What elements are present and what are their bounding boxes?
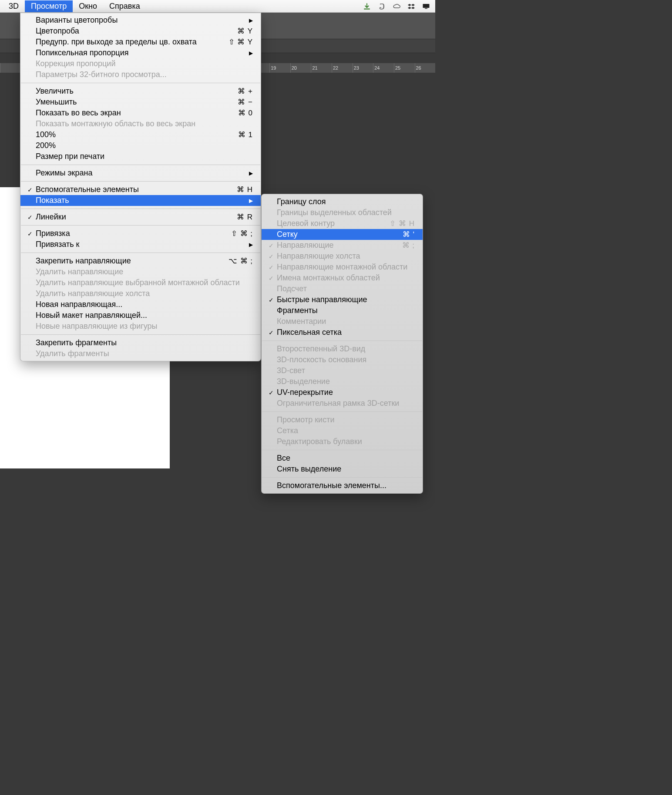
menu-item-label: Параметры 32-битного просмотра... [36, 70, 253, 79]
menu-item-shortcut: ⌘ ; [395, 241, 415, 250]
menu-item[interactable]: ✓Быстрые направляющие [262, 294, 423, 305]
menu-separator [262, 340, 422, 341]
menu-item-label: Сетка [277, 426, 415, 435]
menu-item[interactable]: ✓Пиксельная сетка [262, 327, 423, 338]
menu-item-label: UV-перекрытие [277, 388, 415, 397]
menu-item[interactable]: Варианты цветопробы▶ [20, 15, 261, 26]
menu-separator [262, 450, 422, 450]
menu-item: Целевой контур⇧ ⌘ H [262, 218, 423, 229]
checkmark-icon: ✓ [27, 214, 36, 221]
menu-item: ✓Направляющие монтажной области [262, 262, 423, 273]
menu-item-label: Удалить направляющие холста [36, 289, 253, 298]
menu-item[interactable]: Границу слоя [262, 196, 423, 207]
menu-item[interactable]: Вспомогательные элементы... [262, 480, 423, 491]
menu-item: Коррекция пропорций [20, 58, 261, 69]
menubar-item-view[interactable]: Просмотр [25, 0, 73, 12]
menu-item-label: Снять выделение [277, 465, 415, 474]
menu-item[interactable]: Цветопроба⌘ Y [20, 26, 261, 37]
menu-item-label: Увеличить [36, 87, 231, 96]
menu-item[interactable]: 200% [20, 140, 261, 151]
menu-item: Комментарии [262, 316, 423, 327]
menu-item: ✓Направляющие холста [262, 251, 423, 262]
menu-item[interactable]: Показать во весь экран⌘ 0 [20, 108, 261, 118]
menu-item-label: Уменьшить [36, 98, 231, 107]
menu-item[interactable]: 100%⌘ 1 [20, 129, 261, 140]
menu-item[interactable]: Предупр. при выходе за пределы цв. охват… [20, 37, 261, 47]
menu-item-label: Удалить фрагменты [36, 349, 253, 358]
menu-separator [262, 411, 422, 412]
download-icon[interactable] [363, 2, 371, 11]
menu-item[interactable]: Закрепить фрагменты [20, 337, 261, 348]
menu-item-label: 3D-свет [277, 366, 415, 375]
menubar-item-help[interactable]: Справка [103, 0, 146, 12]
menu-item[interactable]: Уменьшить⌘ − [20, 97, 261, 108]
menu-item-shortcut: ⌥ ⌘ ; [222, 256, 253, 266]
menu-item[interactable]: Размер при печати [20, 151, 261, 162]
menu-separator [21, 83, 260, 83]
menu-item-label: Просмотр кисти [277, 415, 415, 424]
menu-item[interactable]: Привязать к▶ [20, 239, 261, 250]
menu-item[interactable]: Фрагменты [262, 305, 423, 316]
menu-item[interactable]: Закрепить направляющие⌥ ⌘ ; [20, 256, 261, 266]
menu-item[interactable]: ✓Вспомогательные элементы⌘ H [20, 184, 261, 195]
menu-item-label: Показать [36, 196, 244, 205]
menu-item-label: Направляющие холста [277, 252, 415, 261]
menu-item-label: Фрагменты [277, 306, 415, 315]
menubar-item-3d[interactable]: 3D [3, 0, 25, 12]
menu-item: Параметры 32-битного просмотра... [20, 69, 261, 80]
svg-rect-0 [364, 8, 370, 9]
menu-item-label: Цветопроба [36, 27, 230, 36]
menu-item-label: Закрепить фрагменты [36, 338, 253, 347]
menu-item-label: 3D-плоскость основания [277, 355, 415, 364]
svg-rect-1 [423, 4, 430, 8]
menu-item-label: Границы выделенных областей [277, 208, 415, 217]
menu-item-label: Вспомогательные элементы [36, 185, 230, 194]
monitor-icon[interactable] [422, 2, 430, 11]
menu-item-label: Имена монтажных областей [277, 273, 415, 283]
menu-item-label: Направляющие [277, 241, 395, 250]
menu-item[interactable]: ✓UV-перекрытие [262, 387, 423, 398]
checkmark-icon: ✓ [27, 186, 36, 193]
menu-item-label: Быстрые направляющие [277, 295, 415, 304]
menu-item: ✓Направляющие⌘ ; [262, 240, 423, 251]
menu-item: Редактировать булавки [262, 436, 423, 447]
menu-item[interactable]: Попиксельная пропорция▶ [20, 47, 261, 58]
menu-item: Второстепенный 3D-вид [262, 344, 423, 354]
submenu-arrow-icon: ▶ [249, 170, 253, 176]
menu-item-label: 200% [36, 141, 253, 150]
menu-item[interactable]: Режимы экрана▶ [20, 168, 261, 179]
menu-item[interactable]: ✓Привязка⇧ ⌘ ; [20, 228, 261, 239]
menu-item-shortcut: ⌘ Y [230, 27, 253, 36]
menu-separator [262, 477, 422, 478]
menu-item[interactable]: Все [262, 453, 423, 464]
menu-item-label: Ограничительная рамка 3D-сетки [277, 399, 415, 408]
creative-cloud-icon[interactable] [393, 2, 400, 11]
evernote-icon[interactable] [378, 2, 386, 11]
menu-separator [21, 181, 260, 182]
menu-item[interactable]: Снять выделение [262, 464, 423, 475]
menu-item: Подсчет [262, 283, 423, 294]
menu-item[interactable]: Показать▶ [20, 195, 261, 206]
menu-item-shortcut: ⌘ ' [396, 230, 415, 239]
menu-separator [21, 334, 260, 335]
menu-item[interactable]: Новый макет направляющей... [20, 310, 261, 321]
menu-item[interactable]: Новая направляющая... [20, 299, 261, 310]
menu-item-shortcut: ⌘ R [230, 212, 253, 222]
menu-item-label: Новая направляющая... [36, 300, 253, 309]
menu-item-label: Привязать к [36, 240, 244, 249]
submenu-arrow-icon: ▶ [249, 242, 253, 248]
menu-item-label: Вспомогательные элементы... [277, 481, 415, 490]
menu-item: Просмотр кисти [262, 414, 423, 425]
dropbox-icon[interactable] [407, 2, 415, 11]
menu-item-label: Удалить направляющие [36, 267, 253, 276]
menu-item[interactable]: Сетку⌘ ' [262, 229, 423, 240]
menu-item-shortcut: ⌘ H [230, 185, 253, 194]
menu-item: 3D-плоскость основания [262, 354, 423, 365]
menu-item-label: 3D-выделение [277, 377, 415, 386]
menu-item: Удалить направляющие [20, 266, 261, 277]
menubar-item-window[interactable]: Окно [73, 0, 103, 12]
menu-item[interactable]: Увеличить⌘ + [20, 86, 261, 97]
menu-item-label: Попиксельная пропорция [36, 48, 244, 57]
menu-item[interactable]: ✓Линейки⌘ R [20, 212, 261, 222]
menu-item-label: Привязка [36, 229, 224, 238]
